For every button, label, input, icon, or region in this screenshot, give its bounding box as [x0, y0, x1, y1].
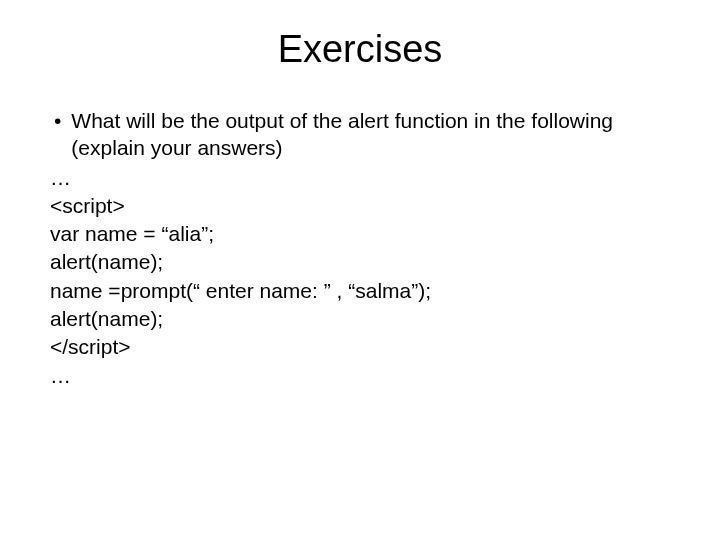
bullet-item: • What will be the output of the alert f… [50, 107, 670, 162]
code-line-alert-2: alert(name); [50, 305, 670, 332]
slide-container: Exercises • What will be the output of t… [0, 0, 720, 540]
code-line-alert-1: alert(name); [50, 248, 670, 275]
question-text: What will be the output of the alert fun… [71, 107, 670, 162]
code-line-var-name: var name = “alia”; [50, 220, 670, 247]
code-line-ellipsis-end: … [50, 362, 670, 389]
slide-title: Exercises [50, 28, 670, 71]
code-line-prompt: name =prompt(“ enter name: ” , “salma”); [50, 277, 670, 304]
code-line-ellipsis-start: … [50, 164, 670, 191]
code-line-script-close: </script> [50, 333, 670, 360]
slide-content: • What will be the output of the alert f… [50, 107, 670, 389]
bullet-marker: • [54, 107, 61, 162]
code-line-script-open: <script> [50, 192, 670, 219]
